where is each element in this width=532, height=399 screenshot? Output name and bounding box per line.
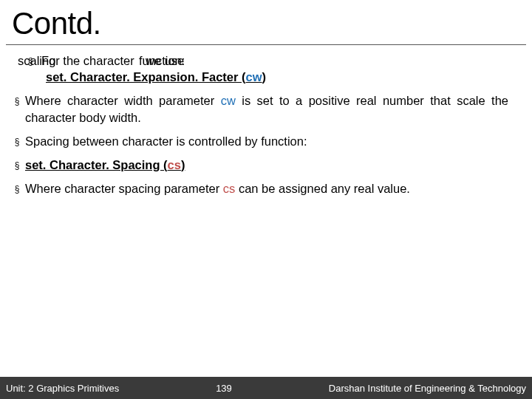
bullet-4: § set. Character. Spacing (cs) [9, 157, 508, 173]
footer-left: Unit: 2 Graphics Primitives [0, 383, 119, 394]
bullet-3: § Spacing between character is controlle… [9, 133, 508, 149]
bullet-marker: § [9, 157, 25, 173]
bullet-2: § Where character width parameter cw is … [9, 92, 508, 126]
fn2-param: cs [168, 158, 181, 171]
fn2-close: ) [181, 158, 185, 171]
bullet-marker: § [9, 92, 25, 126]
bullet-3-text: Spacing between character is controlled … [25, 133, 508, 149]
footer-page-number: 139 [119, 383, 329, 394]
bullet-2-text: Where character width parameter cw is se… [25, 92, 508, 126]
bullet-marker: § [28, 55, 33, 67]
fn2-name: set. Character. Spacing ( [25, 158, 168, 171]
slide-title: Contd. [0, 0, 532, 44]
function-2: set. Character. Spacing (cs) [25, 157, 508, 173]
param-cs: cs [223, 182, 236, 195]
bullet-marker: § [9, 180, 25, 197]
bullet-marker: § [9, 133, 25, 149]
slide: Contd. scaling § For the character funct… [0, 0, 532, 399]
overlap-text-b: For the character [41, 52, 134, 69]
slide-content: scaling § For the character function: we… [0, 52, 532, 399]
overlap-text-d: we use [146, 52, 184, 69]
bullet-5: § Where character spacing parameter cs c… [9, 180, 508, 197]
fn1-param: cw [246, 70, 262, 83]
footer-right: Darshan Institute of Engineering & Techn… [329, 383, 532, 394]
fn1-name: set. Character. Expansion. Facter ( [46, 70, 246, 83]
title-rule [6, 44, 526, 45]
bullet-1: scaling § For the character function: we… [9, 52, 508, 69]
footer: Unit: 2 Graphics Primitives 139 Darshan … [0, 377, 532, 399]
param-cw: cw [221, 94, 236, 107]
function-1: set. Character. Expansion. Facter (cw) [46, 69, 508, 85]
bullet-5-text: Where character spacing parameter cs can… [25, 180, 508, 197]
fn1-close: ) [262, 70, 267, 83]
